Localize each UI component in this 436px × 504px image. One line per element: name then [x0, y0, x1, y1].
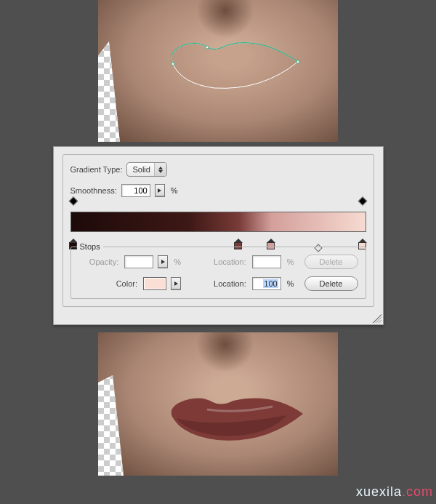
resize-grip-icon[interactable]: [373, 314, 382, 323]
opacity-label: Opacity:: [89, 257, 120, 266]
opacity-stepper[interactable]: [158, 255, 168, 268]
opacity-location-input[interactable]: [252, 255, 281, 268]
smoothness-label: Smoothness:: [70, 186, 117, 195]
gradient-type-value: Solid: [132, 165, 150, 174]
opacity-stop-left[interactable]: [69, 197, 77, 205]
svg-point-0: [171, 63, 174, 65]
svg-point-2: [296, 60, 299, 63]
opacity-input[interactable]: [124, 255, 153, 268]
image-preview-top: [98, 0, 338, 142]
stops-legend: Stops: [77, 242, 103, 251]
opacity-stop-right[interactable]: [359, 197, 367, 205]
delete-opacity-stop-button[interactable]: Delete: [304, 255, 358, 269]
svg-point-1: [206, 46, 209, 49]
image-preview-bottom: [98, 332, 338, 476]
selection-path: [160, 39, 305, 93]
smoothness-unit: %: [171, 186, 178, 195]
opacity-location-unit: %: [287, 257, 294, 266]
smoothness-stepper[interactable]: [155, 184, 165, 197]
gradient-editor-panel: Gradient Type: Solid Smoothness: %: [53, 146, 384, 325]
opacity-location-label: Location:: [214, 257, 248, 266]
updown-arrows-icon: [154, 163, 166, 176]
color-location-label: Location:: [214, 279, 248, 288]
watermark: xuexila.com: [356, 484, 433, 500]
lips-result: [164, 396, 305, 447]
color-location-unit: %: [287, 279, 294, 288]
opacity-unit: %: [174, 257, 181, 266]
color-swatch-menu[interactable]: [171, 277, 181, 290]
color-swatch[interactable]: [143, 277, 166, 290]
color-location-input[interactable]: 100: [252, 277, 281, 290]
gradient-type-label: Gradient Type:: [70, 165, 123, 174]
gradient-ramp-area: [70, 204, 366, 244]
gradient-type-select[interactable]: Solid: [126, 162, 167, 177]
gradient-bar[interactable]: [70, 212, 366, 232]
color-label: Color:: [116, 279, 139, 288]
delete-color-stop-button[interactable]: Delete: [304, 276, 358, 291]
smoothness-input[interactable]: [121, 184, 150, 197]
